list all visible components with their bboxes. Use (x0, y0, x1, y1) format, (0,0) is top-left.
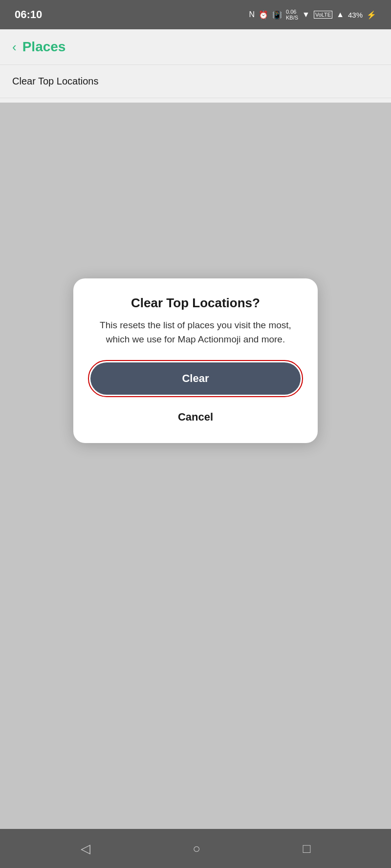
page-background (0, 103, 391, 829)
dialog-container: Clear Top Locations? This resets the lis… (73, 239, 318, 443)
alarm-icon: ⏰ (259, 10, 268, 20)
battery-icon: ⚡ (367, 10, 376, 20)
bottom-nav: ◁ ○ □ (0, 829, 391, 868)
recent-nav-icon[interactable]: □ (303, 841, 311, 856)
clear-button-wrapper: Clear (88, 360, 303, 397)
status-icons: N ⏰ 📳 0.06KB/S ▼ VoLTE ▲ 43% ⚡ (249, 9, 376, 21)
home-nav-icon[interactable]: ○ (193, 841, 200, 856)
top-nav: ‹ Places (0, 29, 391, 65)
wifi-icon: ▼ (302, 10, 310, 19)
vibrate-icon: 📳 (272, 10, 282, 20)
cancel-button[interactable]: Cancel (88, 406, 303, 428)
dialog-message: This resets the list of places you visit… (88, 318, 303, 346)
back-nav-icon[interactable]: ◁ (81, 841, 90, 856)
dialog-title: Clear Top Locations? (88, 296, 303, 311)
clear-dialog: Clear Top Locations? This resets the lis… (73, 278, 318, 443)
lte-icon: VoLTE (314, 11, 332, 19)
status-bar: 06:10 N ⏰ 📳 0.06KB/S ▼ VoLTE ▲ 43% ⚡ (0, 0, 391, 29)
battery-level: 43% (348, 11, 363, 19)
nfc-icon: N (249, 10, 255, 19)
clear-top-locations-row[interactable]: Clear Top Locations (0, 65, 391, 98)
status-time: 06:10 (15, 8, 42, 21)
clear-button[interactable]: Clear (90, 362, 301, 395)
signal-icon: ▲ (336, 10, 344, 19)
data-speed: 0.06KB/S (286, 9, 298, 21)
clear-top-locations-label: Clear Top Locations (12, 76, 98, 86)
page-title: Places (22, 39, 66, 55)
back-button[interactable]: ‹ (12, 40, 17, 55)
